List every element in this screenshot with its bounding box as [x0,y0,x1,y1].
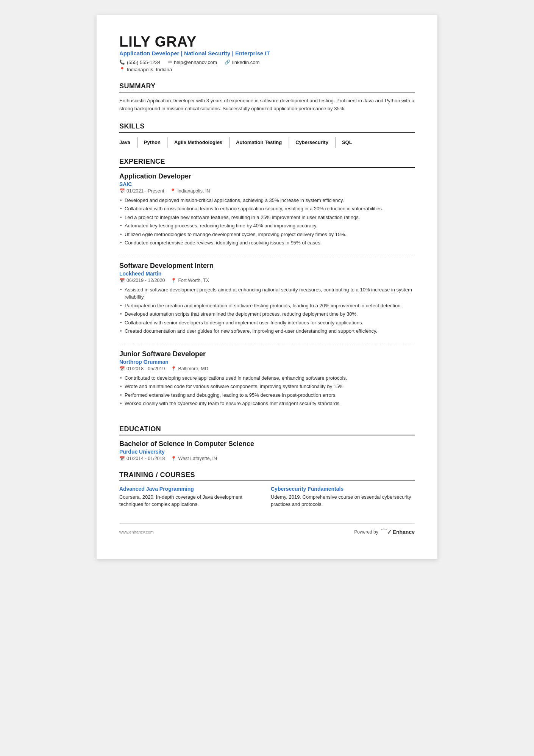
job-dates: 📅 01/2018 - 05/2019 [119,366,165,371]
bullet-item: Conducted comprehensive code reviews, id… [119,239,415,247]
job-title: Software Development Intern [119,262,415,270]
bullet-item: Participated in the creation and impleme… [119,302,415,310]
skill-item: Automation Testing [236,137,289,148]
job-entry: Junior Software DeveloperNorthrop Grumma… [119,350,415,415]
job-company: SAIC [119,181,415,187]
bullet-item: Developed automation scripts that stream… [119,310,415,318]
summary-section: SUMMARY Enthusiastic Application Develop… [119,82,415,113]
job-meta: 📅 01/2021 - Present 📍 Indianapolis, IN [119,188,415,194]
job-entry: Application DeveloperSAIC 📅 01/2021 - Pr… [119,172,415,255]
calendar-icon: 📅 [119,366,125,371]
job-bullets: Developed and deployed mission-critical … [119,197,415,247]
bullet-item: Collaborated with cross-functional teams… [119,205,415,213]
bullet-item: Led a project to integrate new software … [119,214,415,221]
bullet-item: Collaborated with senior developers to d… [119,319,415,327]
degree-title: Bachelor of Science in Computer Science [119,440,415,448]
email-value: help@enhancv.com [174,59,217,65]
training-item: Cybersecurity FundamentalsUdemy, 2019. C… [271,486,415,508]
skills-heading: SKILLS [119,122,415,133]
phone-icon: 📞 [119,59,125,65]
candidate-name: LILY GRAY [119,34,415,50]
training-title: Advanced Java Programming [119,486,263,492]
logo-text: Enhancv [393,529,415,535]
enhancv-logo: ⌒✓ Enhancv [381,527,415,537]
skills-list: JavaPythonAgile MethodologiesAutomation … [119,137,415,148]
powered-by-text: Powered by [354,529,378,535]
pin-icon: 📍 [171,366,176,371]
education-heading: EDUCATION [119,425,415,435]
job-location: 📍 Baltimore, MD [171,366,208,371]
location-icon: 📍 [119,67,125,72]
job-company: Lockheed Martin [119,271,415,277]
edu-location: 📍 West Lafayette, IN [171,456,217,461]
job-location: 📍 Indianapolis, IN [170,188,210,194]
phone-contact: 📞 (555) 555-1234 [119,59,161,65]
bullet-item: Assisted in software development project… [119,286,415,301]
location-value: Indianapolis, Indiana [127,67,172,72]
jobs-container: Application DeveloperSAIC 📅 01/2021 - Pr… [119,172,415,415]
training-body: Udemy, 2019. Comprehensive course on ess… [271,493,415,508]
email-contact: ✉ help@enhancv.com [168,59,217,65]
skill-item: Agile Methodologies [174,137,230,148]
link-icon: 🔗 [225,59,230,65]
calendar-icon: 📅 [119,278,125,283]
bullet-item: Utilized Agile methodologies to manage d… [119,231,415,238]
training-title: Cybersecurity Fundamentals [271,486,415,492]
bullet-item: Created documentation and user guides fo… [119,327,415,335]
job-meta: 📅 01/2018 - 05/2019 📍 Baltimore, MD [119,366,415,371]
phone-value: (555) 555-1234 [127,59,161,65]
job-entry: Software Development InternLockheed Mart… [119,262,415,343]
skill-item: SQL [342,137,359,148]
job-dates: 📅 06/2019 - 12/2020 [119,278,165,283]
logo-symbol: ⌒✓ [381,527,392,537]
summary-text: Enthusiastic Application Developer with … [119,97,415,113]
page-footer: www.enhancv.com Powered by ⌒✓ Enhancv [119,523,415,537]
job-title: Application Developer [119,172,415,180]
resume-page: LILY GRAY Application Developer | Nation… [97,15,437,559]
job-location: 📍 Fort Worth, TX [171,278,209,283]
skill-item: Cybersecurity [295,137,336,148]
location-contact: 📍 Indianapolis, Indiana [119,67,415,72]
calendar-icon: 📅 [119,188,125,194]
training-body: Coursera, 2020. In-depth coverage of Jav… [119,493,263,508]
job-bullets: Contributed to developing secure applica… [119,374,415,407]
experience-section: EXPERIENCE Application DeveloperSAIC 📅 0… [119,158,415,415]
email-icon: ✉ [168,59,172,65]
job-dates: 📅 01/2021 - Present [119,188,164,194]
header-section: LILY GRAY Application Developer | Nation… [119,34,415,72]
experience-heading: EXPERIENCE [119,158,415,168]
bullet-item: Automated key testing processes, reducin… [119,222,415,230]
job-title: Junior Software Developer [119,350,415,358]
bullet-item: Contributed to developing secure applica… [119,374,415,382]
bullet-item: Worked closely with the cybersecurity te… [119,400,415,407]
skill-item: Python [144,137,168,148]
bullet-item: Wrote and maintained code for various so… [119,383,415,390]
job-company: Northrop Grumman [119,359,415,365]
summary-heading: SUMMARY [119,82,415,92]
footer-brand: Powered by ⌒✓ Enhancv [354,527,415,537]
pin-icon: 📍 [170,188,176,194]
footer-url: www.enhancv.com [119,530,154,534]
bullet-item: Performed extensive testing and debuggin… [119,391,415,399]
bullet-item: Developed and deployed mission-critical … [119,197,415,204]
calendar-icon: 📅 [119,456,125,461]
location-pin-icon: 📍 [171,456,176,461]
school-name: Purdue University [119,449,415,455]
edu-meta: 📅 01/2014 - 01/2018 📍 West Lafayette, IN [119,456,415,461]
pin-icon: 📍 [171,278,176,283]
job-meta: 📅 06/2019 - 12/2020 📍 Fort Worth, TX [119,278,415,283]
candidate-title: Application Developer | National Securit… [119,50,415,56]
skill-item: Java [119,137,138,148]
contact-row: 📞 (555) 555-1234 ✉ help@enhancv.com 🔗 li… [119,59,415,65]
training-section: TRAINING / COURSES Advanced Java Program… [119,471,415,508]
training-item: Advanced Java ProgrammingCoursera, 2020.… [119,486,263,508]
job-bullets: Assisted in software development project… [119,286,415,335]
website-contact: 🔗 linkedin.com [225,59,259,65]
edu-dates: 📅 01/2014 - 01/2018 [119,456,165,461]
training-heading: TRAINING / COURSES [119,471,415,481]
website-value: linkedin.com [232,59,259,65]
education-section: EDUCATION Bachelor of Science in Compute… [119,425,415,461]
training-grid: Advanced Java ProgrammingCoursera, 2020.… [119,486,415,508]
skills-section: SKILLS JavaPythonAgile MethodologiesAuto… [119,122,415,148]
